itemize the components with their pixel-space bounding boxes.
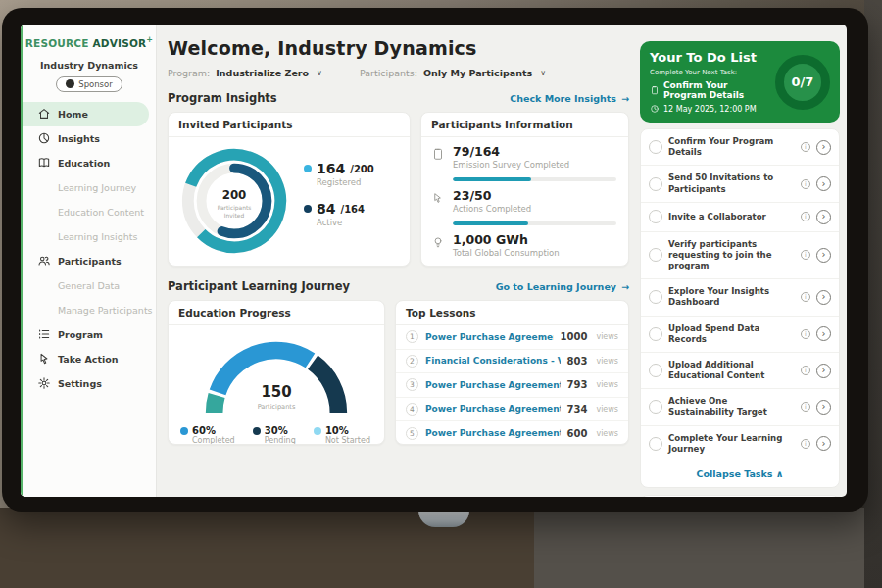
legend-completed: 60% Completed: [180, 425, 235, 445]
chevron-up-icon: ∧: [776, 468, 784, 479]
sponsor-badge[interactable]: Sponsor: [56, 76, 122, 92]
checkbox[interactable]: [649, 400, 662, 414]
learning-journey-title: Participant Learning Journey: [168, 279, 350, 293]
info-icon[interactable]: i: [801, 366, 810, 375]
legend-dot: [304, 165, 312, 172]
todo-item[interactable]: Upload Spend Data Records i ›: [641, 317, 839, 353]
card-title: Invited Participants: [169, 113, 410, 137]
home-icon: [37, 107, 51, 121]
chevron-right-icon[interactable]: ›: [816, 436, 831, 451]
background-wall: [534, 508, 882, 588]
participants-dropdown[interactable]: Only My Participants: [423, 68, 532, 78]
card-title: Participants Information: [421, 113, 628, 137]
sidebar-item-label: Home: [58, 109, 88, 120]
rank-badge: 2: [406, 355, 418, 368]
legend-dot: [314, 427, 321, 435]
card-title: Education Progress: [169, 301, 384, 325]
info-icon[interactable]: i: [801, 142, 810, 152]
sidebar-item-home[interactable]: Home: [23, 102, 149, 126]
info-icon[interactable]: i: [801, 439, 810, 449]
sidebar-item-participants[interactable]: Participants: [23, 249, 156, 273]
sidebar-item-label: General Data: [58, 280, 120, 291]
todo-item[interactable]: Send 50 Invitations to Participants i ›: [641, 166, 839, 202]
chevron-right-icon[interactable]: ›: [816, 140, 831, 155]
chevron-right-icon[interactable]: ›: [816, 176, 831, 191]
chevron-right-icon[interactable]: ›: [816, 326, 831, 341]
todo-next-task: Confirm Your Program Details: [663, 80, 769, 100]
info-icon[interactable]: i: [801, 212, 810, 221]
lesson-link[interactable]: Power Purchase Agreements 101: [425, 380, 561, 390]
sidebar-item-settings[interactable]: Settings: [23, 371, 156, 396]
survey-icon: [431, 147, 445, 161]
checkbox[interactable]: [649, 437, 662, 451]
stat-global-consumption: 1,000 GWh Total Global Consumption: [421, 225, 628, 260]
sidebar-item-take-action[interactable]: Take Action: [23, 347, 156, 371]
monitor-bezel: RESOURCE ADVISOR+ Industry Dynamics Spon…: [2, 8, 868, 512]
todo-progress-ring: 0/7: [775, 55, 830, 110]
collapse-tasks-link[interactable]: Collapse Tasks ∧: [641, 462, 839, 487]
rank-badge: 1: [406, 330, 418, 343]
info-icon[interactable]: i: [801, 250, 810, 260]
go-to-learning-journey-link[interactable]: Go to Learning Journey →: [496, 281, 629, 292]
chevron-right-icon[interactable]: ›: [816, 248, 831, 263]
lesson-link[interactable]: Financial Considerations - VPPAs: [425, 356, 561, 366]
sidebar-item-insights[interactable]: Insights: [23, 126, 156, 151]
info-icon[interactable]: i: [801, 329, 810, 339]
sidebar-item-label: Insights: [58, 133, 100, 144]
sidebar-item-general-data[interactable]: General Data: [23, 273, 156, 298]
bulb-icon: [431, 235, 445, 249]
sidebar-item-label: Settings: [58, 378, 102, 389]
checkbox[interactable]: [649, 290, 662, 304]
todo-item[interactable]: Complete Your Learning Journey i ›: [641, 426, 839, 462]
svg-text:200: 200: [222, 188, 247, 202]
chevron-right-icon[interactable]: ›: [816, 210, 831, 224]
rank-badge: 3: [406, 378, 418, 391]
clipboard-icon: [650, 85, 660, 95]
svg-text:Invited: Invited: [224, 213, 245, 219]
lesson-link[interactable]: Power Purchase Agreements 101: [425, 332, 554, 342]
checkbox[interactable]: [649, 248, 662, 262]
brand-logo: RESOURCE ADVISOR+: [23, 35, 156, 49]
invited-participants-card: Invited Participants 200 Participants In…: [168, 112, 411, 267]
todo-title: Your To Do List: [650, 50, 769, 65]
info-icon[interactable]: i: [801, 179, 810, 189]
checkbox[interactable]: [649, 327, 662, 341]
sidebar-item-program[interactable]: Program: [23, 322, 156, 347]
sidebar-item-education-content[interactable]: Education Content: [23, 200, 156, 224]
checkbox[interactable]: [649, 140, 662, 154]
checkbox[interactable]: [649, 210, 662, 223]
todo-due-date: 12 May 2025, 12:00 PM: [663, 105, 757, 114]
chevron-right-icon[interactable]: ›: [816, 290, 831, 305]
legend-dot: [253, 427, 261, 435]
todo-item[interactable]: Explore Your Insights Dashboard i ›: [641, 279, 839, 316]
todo-item[interactable]: Invite a Collaborator i ›: [641, 203, 839, 232]
lesson-link[interactable]: Power Purchase Agreements 103: [425, 428, 561, 438]
todo-item[interactable]: Achieve One Sustainability Target i ›: [641, 389, 839, 425]
sidebar-item-learning-journey[interactable]: Learning Journey: [23, 175, 156, 200]
clock-icon: [650, 104, 660, 114]
participants-information-card: Participants Information 79/164 Emission…: [420, 112, 629, 267]
stat-actions-completed: 23/50 Actions Completed: [421, 181, 628, 216]
chevron-right-icon[interactable]: ›: [816, 400, 831, 415]
checkbox[interactable]: [649, 177, 662, 191]
todo-item[interactable]: Confirm Your Program Details i ›: [641, 129, 839, 166]
todo-item[interactable]: Verify participants requesting to join t…: [641, 232, 839, 280]
chevron-down-icon[interactable]: ∨: [540, 69, 546, 77]
sidebar-item-education[interactable]: Education: [23, 151, 156, 175]
lesson-link[interactable]: Power Purchase Agreements 102: [425, 404, 561, 414]
click-action-icon: [37, 352, 51, 366]
sidebar-item-manage-participants[interactable]: Manage Participants: [23, 298, 156, 322]
people-icon: [37, 254, 51, 268]
chevron-down-icon[interactable]: ∨: [317, 69, 322, 77]
info-icon[interactable]: i: [801, 292, 810, 302]
check-more-insights-link[interactable]: Check More Insights →: [510, 93, 629, 104]
info-icon[interactable]: i: [801, 402, 810, 412]
chevron-right-icon[interactable]: ›: [816, 364, 831, 378]
sidebar-item-learning-insights[interactable]: Learning Insights: [23, 224, 156, 249]
todo-item[interactable]: Upload Additional Educational Content i …: [641, 353, 839, 389]
program-dropdown[interactable]: Industrialize Zero: [216, 68, 309, 78]
page-title: Welcome, Industry Dynamics: [168, 37, 629, 59]
filters-row: Program: Industrialize Zero ∨ Participan…: [168, 68, 629, 78]
sidebar-item-label: Participants: [58, 256, 122, 267]
checkbox[interactable]: [649, 364, 662, 377]
